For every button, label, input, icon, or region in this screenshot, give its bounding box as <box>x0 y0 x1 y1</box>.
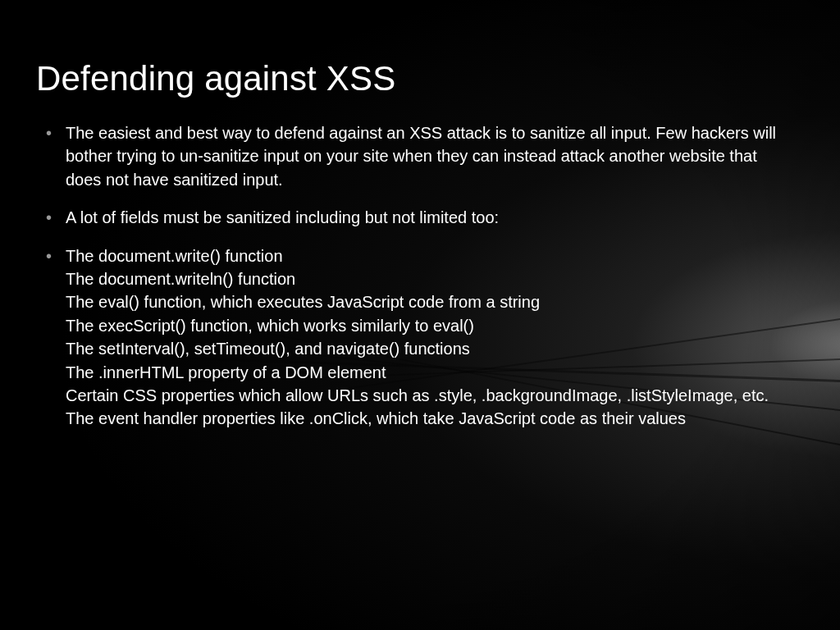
bullet-line: The eval() function, which executes Java… <box>66 290 791 313</box>
bullet-line: The document.write() function <box>66 244 791 267</box>
bullet-line: The setInterval(), setTimeout(), and nav… <box>66 337 791 360</box>
bullet-item: The document.write() function The docume… <box>66 244 791 431</box>
bullet-line: The .innerHTML property of a DOM element <box>66 361 791 384</box>
bullet-line: The document.writeln() function <box>66 267 791 290</box>
bullet-item: A lot of fields must be sanitized includ… <box>66 206 791 229</box>
bullet-line: The execScript() function, which works s… <box>66 314 791 337</box>
bullet-list: The easiest and best way to defend again… <box>38 121 791 431</box>
bullet-line: The event handler properties like .onCli… <box>66 407 791 430</box>
bullet-item: The easiest and best way to defend again… <box>66 121 791 191</box>
slide: Defending against XSS The easiest and be… <box>0 0 840 630</box>
slide-title: Defending against XSS <box>36 59 791 98</box>
bullet-line: Certain CSS properties which allow URLs … <box>66 384 791 407</box>
